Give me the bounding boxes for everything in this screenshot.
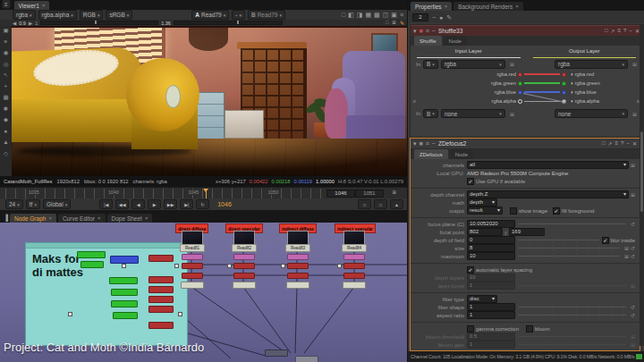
display-channel-select[interactable]: RGB▾ — [80, 10, 104, 20]
output-channel-dot[interactable] — [562, 72, 566, 77]
output-channel-dot[interactable] — [562, 81, 566, 86]
grid-icon[interactable]: ⊞ — [510, 61, 514, 67]
gamma-correction-checkbox[interactable] — [467, 325, 474, 333]
read-node-label[interactable]: Read83 — [285, 244, 310, 252]
grid-icon[interactable]: ⊞ — [632, 111, 637, 117]
next-frame-button[interactable]: ▶▶ — [164, 199, 177, 209]
shufflecopy-node[interactable] — [148, 255, 174, 262]
dot-node[interactable] — [174, 264, 179, 268]
viewer-toolbar-icon-4[interactable]: ▩ — [374, 12, 380, 18]
viewer-side-icon-3[interactable]: ◎ — [4, 62, 9, 68]
input1-layer-select[interactable]: rgba▾ — [441, 60, 505, 69]
help-icon[interactable]: ? — [623, 28, 626, 34]
shufflecopy-node[interactable] — [148, 322, 174, 329]
pause-pencil-icon[interactable]: ✎ — [400, 20, 404, 26]
aspect-ratio-field[interactable]: 1 — [467, 311, 515, 319]
curves-icon[interactable]: ~ — [432, 28, 436, 34]
close-icon[interactable]: × — [145, 215, 148, 221]
matte-node[interactable] — [111, 289, 138, 296]
gain-increase-icon[interactable]: ▶ — [29, 21, 32, 26]
read-node-label[interactable]: Read82 — [232, 244, 257, 252]
merge-node[interactable] — [265, 349, 288, 357]
close-icon[interactable]: × — [48, 215, 52, 221]
unpremult-node[interactable] — [233, 263, 255, 269]
reset-icon[interactable]: ↺ — [631, 245, 635, 251]
reset-icon[interactable]: ↺ — [631, 304, 635, 310]
grid-icon[interactable]: ⊞ — [631, 191, 635, 198]
pin-icon[interactable]: ● — [439, 14, 443, 21]
timeline-lock-icon[interactable]: ⊞ — [392, 190, 396, 196]
show-image-checkbox[interactable] — [510, 207, 517, 215]
viewer-side-icon-11[interactable]: ◇ — [4, 151, 8, 157]
read-node-thumbnail[interactable] — [233, 231, 255, 245]
channels-icon[interactable]: ≡ — [426, 28, 429, 34]
focus-plane-field[interactable]: 10.0052020 — [467, 220, 515, 228]
tab-shuffle-node[interactable]: Node — [444, 36, 467, 46]
aspect-ratio-slider[interactable] — [518, 312, 626, 318]
dot-node[interactable] — [281, 264, 285, 268]
viewer-side-icon-4[interactable]: ↖ — [4, 72, 8, 79]
size-field[interactable]: 8 — [467, 244, 515, 252]
dot-node[interactable] — [227, 264, 232, 268]
step-select[interactable]: tf▾ — [26, 199, 40, 209]
viewer-toolbar-icon-6[interactable]: ▣ — [391, 12, 397, 18]
channel-split-icon[interactable]: ⊞ — [624, 245, 629, 251]
filter-shape-field[interactable]: 1 — [467, 303, 515, 311]
layer-select[interactable]: rgba▾ — [13, 10, 36, 20]
reset-icon[interactable]: ↺ — [631, 221, 635, 227]
shufflecopy-node[interactable] — [148, 276, 174, 283]
go-to-start-button[interactable]: |◀ — [99, 199, 113, 209]
math-select[interactable]: depth▾ — [467, 198, 497, 206]
input2-layer-select[interactable]: none▾ — [441, 109, 505, 118]
pane-menu-icon[interactable]: ≡ — [2, 0, 11, 9]
menu-icon[interactable]: ≡ — [615, 140, 619, 147]
play-backward-button[interactable]: ◀ — [131, 199, 145, 209]
curves-icon[interactable]: ~ — [432, 140, 436, 147]
viewer-image[interactable] — [12, 26, 407, 178]
grade-node[interactable] — [343, 273, 365, 279]
focal-point-y-field[interactable]: 169 — [509, 228, 545, 236]
playhead[interactable] — [203, 189, 209, 198]
shuffle-node[interactable] — [233, 254, 255, 260]
merge-node[interactable] — [295, 356, 318, 362]
premult-node[interactable] — [233, 282, 256, 289]
shufflecopy-node[interactable] — [148, 296, 174, 303]
viewer-side-icon-6[interactable]: ▦ — [3, 95, 8, 101]
menu-icon[interactable]: ≡ — [618, 28, 622, 34]
tab-curve-editor[interactable]: Curve Editor × — [58, 214, 106, 223]
tab-dope-sheet[interactable]: Dope Sheet × — [107, 214, 153, 223]
depth-of-field-slider[interactable] — [518, 237, 599, 243]
close-icon[interactable]: ✕ — [632, 140, 637, 147]
play-forward-button[interactable]: ▶ — [148, 199, 161, 209]
tab-properties[interactable]: Properties × — [411, 2, 452, 11]
viewer-toolbar-icon-3[interactable]: ▦ — [365, 12, 371, 18]
premult-node[interactable] — [343, 282, 366, 289]
prev-frame-button[interactable]: ◀◀ — [115, 199, 129, 209]
wipe-mode-select[interactable]: -▾ — [232, 10, 245, 20]
gain-slider[interactable] — [40, 21, 158, 25]
viewer-side-icon-10[interactable]: ▲ — [3, 139, 8, 146]
tab-viewer1[interactable]: Viewer1 × — [14, 1, 50, 10]
menu-icon[interactable]: ≡ — [413, 99, 416, 104]
channel-split-icon[interactable]: ⊞ — [624, 253, 629, 259]
center-node-icon[interactable]: □ — [605, 28, 608, 34]
matte-node[interactable] — [113, 312, 138, 319]
gain-decrease-icon[interactable]: ◀ — [13, 21, 16, 26]
grid-icon[interactable]: ⊞ — [631, 162, 635, 168]
center-node-icon[interactable]: □ — [602, 140, 606, 147]
node-color-chip-icon[interactable]: ■ — [419, 28, 423, 34]
merge-node[interactable] — [110, 256, 139, 264]
focus-plane-slider[interactable] — [518, 221, 626, 227]
blur-inside-checkbox[interactable]: ✓ — [602, 237, 609, 244]
fps-up-icon[interactable]: ▲ — [390, 199, 403, 209]
filter-shape-slider[interactable] — [518, 304, 626, 310]
fill-foreground-checkbox[interactable]: ✓ — [553, 207, 560, 215]
viewer-toolbar-icon-2[interactable]: ◨ — [357, 12, 363, 18]
in-point-button[interactable]: □ — [358, 199, 371, 209]
viewer-toolbar-icon-0[interactable]: □ — [342, 12, 345, 18]
input1-ab-select[interactable]: B▾ — [423, 60, 438, 69]
float-panel-icon[interactable]: ↗ — [611, 28, 615, 34]
a-buffer-select[interactable]: ARead79▾ — [191, 10, 229, 20]
roi-icon[interactable]: □ — [386, 21, 388, 26]
unpremult-node[interactable] — [343, 263, 365, 269]
